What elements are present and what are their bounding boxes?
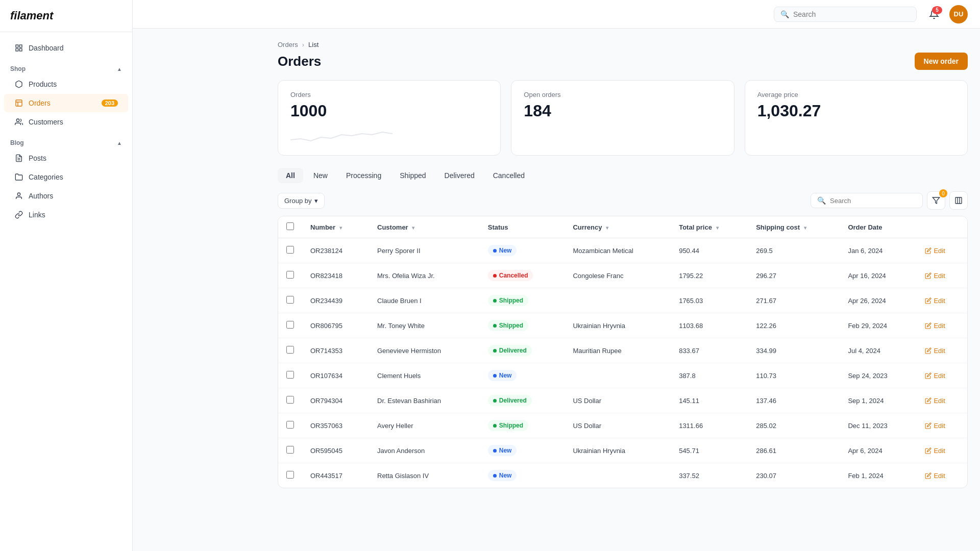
row-edit-button[interactable]: Edit	[925, 372, 945, 380]
row-edit-button[interactable]: Edit	[925, 397, 945, 405]
svg-rect-4	[16, 100, 22, 106]
tab-cancelled[interactable]: Cancelled	[485, 168, 533, 183]
row-status: Shipped	[480, 413, 565, 438]
col-actions	[917, 216, 967, 238]
tab-shipped[interactable]: Shipped	[391, 168, 434, 183]
row-number: OR714353	[302, 338, 369, 363]
dashboard-icon	[14, 43, 23, 53]
sidebar-item-categories[interactable]: Categories	[4, 168, 128, 186]
sort-customer-icon: ▾	[412, 225, 414, 231]
filter-button[interactable]: 0	[927, 191, 945, 210]
tab-delivered[interactable]: Delivered	[436, 168, 483, 183]
row-checkbox[interactable]	[286, 396, 294, 404]
row-checkbox-cell	[278, 413, 302, 438]
row-currency: Ukrainian Hryvnia	[565, 438, 671, 463]
row-checkbox-cell	[278, 363, 302, 388]
row-edit-button[interactable]: Edit	[925, 472, 945, 480]
search-input[interactable]	[793, 10, 910, 18]
table-search-bar[interactable]: 🔍	[811, 193, 923, 208]
products-label: Products	[29, 80, 118, 88]
row-status: Shipped	[480, 288, 565, 313]
notifications-button[interactable]: 5	[925, 5, 943, 23]
stat-avg-price-value: 1,030.27	[757, 102, 955, 120]
search-bar[interactable]: 🔍	[774, 7, 917, 22]
sidebar-item-customers[interactable]: Customers	[4, 113, 128, 131]
authors-icon	[14, 191, 23, 201]
breadcrumb-separator: ›	[302, 41, 304, 48]
toolbar-right: 🔍 0	[811, 191, 968, 210]
col-total-price[interactable]: Total price ▾	[671, 216, 748, 238]
sidebar-item-orders[interactable]: Orders 203	[4, 94, 128, 112]
dashboard-label: Dashboard	[29, 44, 118, 52]
col-customer[interactable]: Customer ▾	[369, 216, 480, 238]
row-checkbox[interactable]	[286, 346, 294, 354]
col-number[interactable]: Number ▾	[302, 216, 369, 238]
row-number: OR823418	[302, 263, 369, 288]
table-row: OR357063 Avery Heller Shipped US Dollar …	[278, 413, 967, 438]
row-edit-button[interactable]: Edit	[925, 297, 945, 305]
row-edit-cell: Edit	[917, 263, 967, 288]
customers-label: Customers	[29, 118, 118, 126]
row-total-price: 1795.22	[671, 263, 748, 288]
row-edit-cell: Edit	[917, 288, 967, 313]
row-number: OR595045	[302, 438, 369, 463]
row-edit-button[interactable]: Edit	[925, 272, 945, 280]
row-edit-cell: Edit	[917, 338, 967, 363]
group-by-button[interactable]: Group by ▾	[278, 193, 325, 209]
tab-processing[interactable]: Processing	[338, 168, 389, 183]
row-order-date: Apr 6, 2024	[840, 438, 917, 463]
new-order-button[interactable]: New order	[915, 53, 968, 70]
tab-all[interactable]: All	[278, 168, 303, 183]
col-status: Status	[480, 216, 565, 238]
row-checkbox[interactable]	[286, 446, 294, 454]
row-checkbox[interactable]	[286, 321, 294, 329]
col-currency[interactable]: Currency ▾	[565, 216, 671, 238]
stat-card-orders: Orders 1000	[278, 80, 501, 156]
row-edit-button[interactable]: Edit	[925, 447, 945, 455]
sidebar-item-links[interactable]: Links	[4, 206, 128, 224]
row-edit-button[interactable]: Edit	[925, 347, 945, 355]
avatar[interactable]: DU	[949, 5, 968, 23]
row-edit-cell: Edit	[917, 363, 967, 388]
row-number: OR234439	[302, 288, 369, 313]
row-edit-button[interactable]: Edit	[925, 247, 945, 255]
row-edit-button[interactable]: Edit	[925, 422, 945, 430]
sidebar-item-posts[interactable]: Posts	[4, 149, 128, 167]
select-all-checkbox[interactable]	[286, 222, 294, 230]
app-logo: filament	[0, 0, 132, 32]
row-customer: Genevieve Hermiston	[369, 338, 480, 363]
row-checkbox[interactable]	[286, 471, 294, 479]
breadcrumb-parent[interactable]: Orders	[278, 41, 298, 48]
row-checkbox[interactable]	[286, 296, 294, 304]
filter-badge: 0	[939, 189, 947, 197]
row-edit-button[interactable]: Edit	[925, 322, 945, 330]
row-status: Delivered	[480, 338, 565, 363]
row-currency	[565, 363, 671, 388]
row-status: New	[480, 238, 565, 263]
row-currency	[565, 463, 671, 488]
orders-icon	[14, 98, 23, 108]
logo-text: filament	[10, 9, 53, 22]
row-customer: Perry Sporer II	[369, 238, 480, 263]
authors-label: Authors	[29, 192, 118, 200]
row-shipping-cost: 334.99	[748, 338, 840, 363]
row-customer: Claude Bruen I	[369, 288, 480, 313]
row-checkbox[interactable]	[286, 271, 294, 279]
tab-new[interactable]: New	[305, 168, 336, 183]
row-checkbox[interactable]	[286, 371, 294, 379]
row-shipping-cost: 296.27	[748, 263, 840, 288]
row-total-price: 950.44	[671, 238, 748, 263]
table-search-input[interactable]	[830, 197, 916, 205]
sidebar-item-dashboard[interactable]: Dashboard	[4, 39, 128, 57]
row-edit-cell: Edit	[917, 413, 967, 438]
row-checkbox[interactable]	[286, 421, 294, 429]
row-shipping-cost: 230.07	[748, 463, 840, 488]
col-shipping-cost[interactable]: Shipping cost ▾	[748, 216, 840, 238]
columns-button[interactable]	[949, 191, 968, 210]
sidebar-item-authors[interactable]: Authors	[4, 187, 128, 205]
select-all-header	[278, 216, 302, 238]
shop-section: Shop ▲	[0, 61, 132, 74]
svg-rect-8	[955, 197, 962, 204]
sidebar-item-products[interactable]: Products	[4, 75, 128, 93]
row-checkbox[interactable]	[286, 246, 294, 254]
